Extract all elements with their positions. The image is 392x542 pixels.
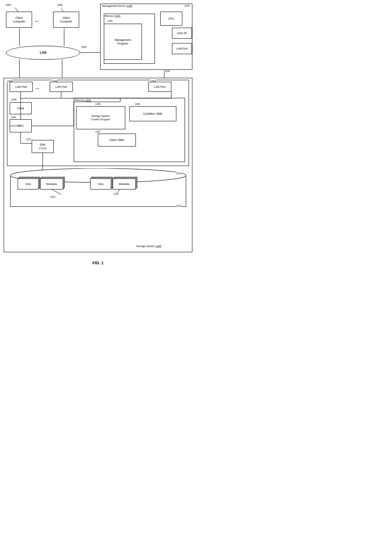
cu-cpu-box: CPU xyxy=(10,119,32,132)
management-server-label: Management Server 1100 xyxy=(102,4,132,7)
ms-memory-label: Memory 1101 xyxy=(105,14,120,17)
cu-lan-port-1: LAN Port xyxy=(10,82,33,92)
ref-1000-right: 1000 xyxy=(57,4,63,6)
ms-lan-port: LAN Port xyxy=(172,43,192,54)
client-computer-2: Client Computer xyxy=(53,12,79,28)
condition-table-box: Condition Table xyxy=(129,106,176,121)
ref-1000-left: 1000 xyxy=(5,4,11,6)
management-program: Management Program xyxy=(104,24,142,60)
ms-cpu: CPU xyxy=(160,12,182,26)
storage-system-label: Storage System 1200 xyxy=(136,245,161,248)
ref-1105: 1105 xyxy=(107,20,113,22)
svg-line-34 xyxy=(15,8,18,12)
ref-1210: 1210 xyxy=(26,138,31,141)
lan-network: LAN xyxy=(6,46,80,60)
ref-1106: 1106 xyxy=(164,70,170,73)
client-table-box: Client Table xyxy=(98,134,136,146)
ref-1223: 1223 xyxy=(113,193,119,195)
ref-1222: 1222 xyxy=(50,195,55,198)
ref-1208: 1208 xyxy=(135,103,140,105)
dots-clients: ... xyxy=(35,18,38,23)
client-computer-1: Client Computer xyxy=(6,12,32,28)
ref-1102: 1102 xyxy=(184,4,190,7)
clock-box: Clock xyxy=(10,102,32,114)
ref-1206: 1206 xyxy=(95,103,101,105)
ref-1207: 1207 xyxy=(95,130,101,133)
metadata-box-2: Metadata xyxy=(113,179,136,190)
cu-memory-label: Memory 1202 xyxy=(75,99,91,102)
dots-lan-ports: ... xyxy=(36,85,39,90)
cu-lan-port-3: LAN Port xyxy=(148,82,171,92)
user-if: User I/F xyxy=(172,28,192,39)
sscp-box: Storage System Control Program xyxy=(76,106,125,129)
metadata-box-1: Metadata xyxy=(40,179,63,190)
ref-1221: 1221 xyxy=(176,172,181,175)
data-box-1: Data xyxy=(18,179,39,190)
ref-lan: 1002 xyxy=(81,46,86,49)
figure-label: FIG. 1 xyxy=(0,261,196,265)
disk-ctlr-box: Disk CTLR xyxy=(32,140,54,153)
ref-1220: 1220 xyxy=(176,205,181,207)
diagram: 1000 1000 Client Computer ... Client Com… xyxy=(0,0,196,259)
data-box-2: Data xyxy=(90,179,111,190)
ref-1201: 1201 xyxy=(11,116,16,119)
svg-line-35 xyxy=(61,8,63,12)
cu-lan-port-2: LAN Port xyxy=(50,82,73,92)
ref-1209: 1209 xyxy=(11,98,16,101)
